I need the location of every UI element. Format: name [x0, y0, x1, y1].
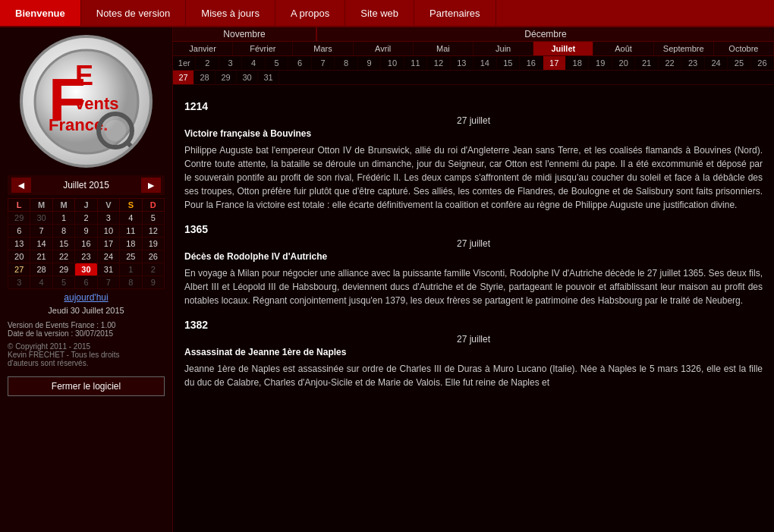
calendar-day[interactable]: 27: [8, 263, 30, 276]
calendar-day[interactable]: 13: [8, 238, 30, 250]
svg-line-6: [127, 143, 137, 153]
date-cell-7[interactable]: 7: [312, 56, 335, 70]
calendar-day[interactable]: 31: [97, 263, 119, 276]
calendar-day[interactable]: 9: [142, 276, 164, 289]
event-description: Philippe Auguste bat l'empereur Otton IV…: [184, 143, 763, 212]
date-cell-31[interactable]: 31: [258, 71, 279, 84]
date-cell-14[interactable]: 14: [474, 56, 496, 70]
event-content[interactable]: 121427 juilletVictoire française à Bouvi…: [173, 85, 774, 532]
today-link[interactable]: aujourd'hui: [64, 292, 108, 303]
month-label-octobre[interactable]: Octobre: [714, 42, 774, 55]
date-cell-5[interactable]: 5: [266, 56, 288, 70]
calendar-day[interactable]: 3: [8, 276, 30, 289]
calendar-day[interactable]: 21: [30, 250, 52, 263]
date-cell-25[interactable]: 25: [728, 56, 750, 70]
month-label-juillet[interactable]: Juillet: [533, 42, 593, 55]
date-cell-11[interactable]: 11: [404, 56, 427, 70]
calendar-day[interactable]: 7: [97, 276, 119, 289]
calendar-day[interactable]: 28: [30, 263, 52, 276]
calendar-day[interactable]: 17: [97, 238, 119, 250]
calendar-day[interactable]: 6: [75, 276, 97, 289]
tab-mises-a-jours[interactable]: Mises à jours: [186, 0, 275, 26]
date-cell-3[interactable]: 3: [219, 56, 242, 70]
calendar-day[interactable]: 4: [120, 212, 142, 225]
month-label-mai[interactable]: Mai: [414, 42, 474, 55]
calendar-day[interactable]: 5: [52, 276, 74, 289]
date-cell-28[interactable]: 28: [194, 71, 216, 84]
month-label-avril[interactable]: Avril: [354, 42, 414, 55]
date-cell-17[interactable]: 17: [543, 56, 566, 70]
tab-a-propos[interactable]: A propos: [275, 0, 345, 26]
date-cell-23[interactable]: 23: [681, 56, 704, 70]
date-cell-15[interactable]: 15: [497, 56, 520, 70]
date-cell-2[interactable]: 2: [196, 56, 219, 70]
prev-month-btn[interactable]: ◄: [11, 178, 31, 193]
calendar-day[interactable]: 19: [142, 238, 164, 250]
calendar-day[interactable]: 10: [97, 225, 119, 238]
calendar-day[interactable]: 26: [142, 250, 164, 263]
calendar-day[interactable]: 2: [75, 212, 97, 225]
calendar-day[interactable]: 22: [52, 250, 74, 263]
calendar-day[interactable]: 7: [30, 225, 52, 238]
tab-partenaires[interactable]: Partenaires: [414, 0, 496, 26]
date-cell-1er[interactable]: 1er: [173, 56, 196, 70]
date-cell-29[interactable]: 29: [216, 71, 237, 84]
next-month-btn[interactable]: ►: [141, 178, 161, 193]
version-line2: Date de la version : 30/07/2015: [8, 329, 165, 338]
date-cell-19[interactable]: 19: [589, 56, 612, 70]
date-cell-10[interactable]: 10: [381, 56, 404, 70]
date-cell-12[interactable]: 12: [427, 56, 450, 70]
date-cell-6[interactable]: 6: [288, 56, 311, 70]
date-cell-26[interactable]: 26: [751, 56, 774, 70]
date-cell-4[interactable]: 4: [242, 56, 265, 70]
tab-site-web[interactable]: Site web: [345, 0, 414, 26]
calendar-day[interactable]: 2: [142, 263, 164, 276]
calendar-day[interactable]: 9: [75, 225, 97, 238]
calendar-day[interactable]: 6: [8, 225, 30, 238]
svg-text:vents: vents: [75, 94, 118, 113]
tab-bienvenue[interactable]: Bienvenue: [0, 0, 81, 26]
calendar-day[interactable]: 29: [8, 212, 30, 225]
date-cell-21[interactable]: 21: [635, 56, 658, 70]
calendar-day[interactable]: 1: [120, 263, 142, 276]
calendar-day[interactable]: 30: [30, 212, 52, 225]
date-cell-27[interactable]: 27: [173, 71, 194, 84]
month-label-mars[interactable]: Mars: [293, 42, 353, 55]
month-label-février[interactable]: Février: [233, 42, 293, 55]
date-cell-24[interactable]: 24: [705, 56, 728, 70]
calendar-day[interactable]: 14: [30, 238, 52, 250]
calendar-day[interactable]: 12: [142, 225, 164, 238]
month-label-juin[interactable]: Juin: [474, 42, 533, 55]
calendar-day[interactable]: 15: [52, 238, 74, 250]
date-cell-16[interactable]: 16: [520, 56, 543, 70]
calendar-day[interactable]: 23: [75, 250, 97, 263]
month-label-janvier[interactable]: Janvier: [173, 42, 233, 55]
calendar-day[interactable]: 1: [52, 212, 74, 225]
date-cell-8[interactable]: 8: [335, 56, 357, 70]
calendar-day[interactable]: 24: [97, 250, 119, 263]
tab-notes-version[interactable]: Notes de version: [81, 0, 187, 26]
calendar-day[interactable]: 8: [120, 276, 142, 289]
calendar-day[interactable]: 30: [75, 263, 97, 276]
calendar-day[interactable]: 29: [52, 263, 74, 276]
calendar-day[interactable]: 25: [120, 250, 142, 263]
calendar-day[interactable]: 11: [120, 225, 142, 238]
date-cell-9[interactable]: 9: [358, 56, 381, 70]
date-cell-20[interactable]: 20: [612, 56, 635, 70]
calendar-day[interactable]: 18: [120, 238, 142, 250]
date-display: Jeudi 30 Juillet 2015: [48, 306, 124, 315]
calendar-day[interactable]: 8: [52, 225, 74, 238]
calendar-day[interactable]: 3: [97, 212, 119, 225]
month-label-août[interactable]: Août: [593, 42, 653, 55]
calendar-day[interactable]: 16: [75, 238, 97, 250]
dates-row1: 1er2345678910111213141516171819202122232…: [173, 56, 774, 71]
close-button[interactable]: Fermer le logiciel: [8, 376, 165, 396]
date-cell-18[interactable]: 18: [566, 56, 589, 70]
date-cell-30[interactable]: 30: [237, 71, 258, 84]
calendar-day[interactable]: 4: [30, 276, 52, 289]
date-cell-22[interactable]: 22: [659, 56, 681, 70]
calendar-day[interactable]: 5: [142, 212, 164, 225]
date-cell-13[interactable]: 13: [451, 56, 474, 70]
calendar-day[interactable]: 20: [8, 250, 30, 263]
month-label-septembre[interactable]: Septembre: [654, 42, 714, 55]
